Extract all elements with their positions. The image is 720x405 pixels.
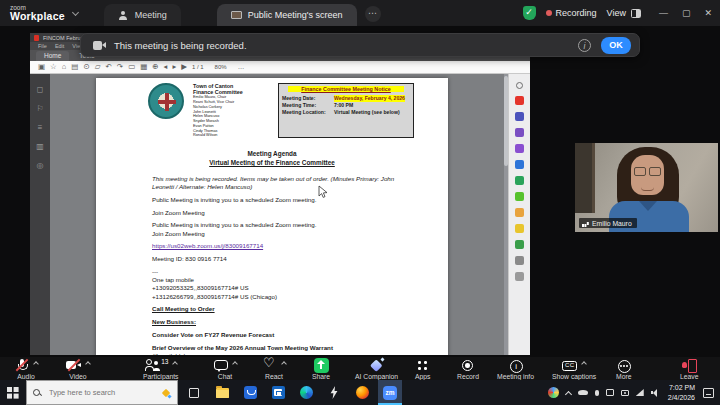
comment-icon[interactable]: [515, 144, 524, 153]
view-button[interactable]: View: [607, 8, 641, 18]
compress-icon[interactable]: [515, 192, 524, 201]
search-icon[interactable]: ⊙: [83, 63, 89, 71]
tray-volume-icon[interactable]: [651, 389, 660, 397]
search-input[interactable]: [47, 387, 147, 398]
organize-pages-icon[interactable]: [515, 176, 524, 185]
measure-icon[interactable]: [515, 224, 524, 233]
captions-chevron-icon[interactable]: [581, 361, 587, 367]
zoom-meeting-link[interactable]: https://us02web.zoom.us/j/83009167714: [152, 242, 263, 249]
box-drive-icon: [244, 386, 257, 399]
firefox-icon[interactable]: [350, 380, 374, 405]
audio-chevron-icon[interactable]: [33, 361, 39, 367]
zoom-level[interactable]: 80%: [215, 64, 227, 70]
chevron-down-icon[interactable]: [72, 8, 79, 15]
sign-icon[interactable]: ▱: [95, 63, 101, 71]
print-icon[interactable]: ▤: [71, 63, 78, 71]
next-page-icon[interactable]: ▸: [172, 63, 176, 71]
captions-button[interactable]: Show captions: [552, 358, 596, 380]
leave-button[interactable]: Leave: [680, 358, 699, 380]
file-explorer-icon[interactable]: [210, 380, 234, 405]
record-button[interactable]: Record: [457, 358, 479, 380]
zoom-in-icon[interactable]: ⊕: [152, 63, 158, 71]
box-drive-icon[interactable]: [238, 380, 262, 405]
react-button[interactable]: React: [262, 358, 286, 380]
chat-button[interactable]: Chat: [213, 358, 237, 380]
participants-chevron-icon[interactable]: [173, 361, 179, 367]
ok-button[interactable]: OK: [601, 37, 631, 54]
acrobat-tab-home[interactable]: Home: [36, 51, 69, 61]
export-pdf-icon[interactable]: [515, 96, 524, 105]
tab-shared-screen[interactable]: Public Meeting's screen: [217, 4, 357, 26]
outlook-icon[interactable]: [266, 380, 290, 405]
more-button[interactable]: More: [616, 358, 632, 380]
tray-chevron-icon[interactable]: [565, 390, 572, 397]
participant-video-tile[interactable]: Emilio Mauro: [575, 143, 718, 232]
edit-pdf-icon[interactable]: [515, 128, 524, 137]
info-icon[interactable]: i: [578, 39, 591, 52]
menu-item-edit[interactable]: Edit: [55, 43, 64, 49]
minimize-button[interactable]: —: [659, 8, 668, 18]
home-icon[interactable]: ⌂: [62, 63, 67, 71]
undo-icon[interactable]: ↶: [106, 63, 112, 71]
ai-button[interactable]: AI Companion: [355, 358, 398, 380]
create-pdf-icon[interactable]: [515, 112, 524, 121]
participants-button[interactable]: 13Participants: [143, 358, 179, 380]
layers-icon[interactable]: ≡: [38, 124, 43, 132]
prev-page-icon[interactable]: ◂: [164, 63, 168, 71]
toolbar-overflow-button[interactable]: ⋯: [238, 64, 244, 71]
bolt-app-icon[interactable]: [322, 380, 346, 405]
document-scrollbar[interactable]: [504, 74, 508, 355]
save-icon[interactable]: ▣: [38, 63, 45, 71]
tab-options-button[interactable]: ⋯: [365, 6, 381, 22]
security-shield-icon[interactable]: ✓: [523, 6, 536, 20]
tray-onedrive-icon[interactable]: [578, 390, 588, 395]
star-icon[interactable]: ☆: [50, 63, 57, 71]
tray-help-icon[interactable]: [548, 387, 559, 398]
select-icon[interactable]: ▭: [128, 63, 135, 71]
video-button[interactable]: Video: [66, 358, 90, 380]
agenda-paragraph: New Business:: [152, 318, 408, 326]
stamp-icon[interactable]: [515, 256, 524, 265]
audio-button[interactable]: Audio: [14, 358, 38, 380]
share-button[interactable]: Share: [312, 358, 330, 380]
leave-icon-row: [682, 358, 697, 372]
info-button[interactable]: Meeting info: [497, 358, 534, 380]
zoom-app-icon[interactable]: zm: [378, 380, 402, 405]
pointer-icon[interactable]: ▶: [181, 63, 187, 71]
maximize-button[interactable]: ▢: [682, 8, 691, 18]
edge-icon[interactable]: [294, 380, 318, 405]
more-tools-icon[interactable]: [515, 272, 524, 281]
video-chevron-icon[interactable]: [85, 361, 91, 367]
agenda-paragraph: Join Zoom Meeting: [152, 209, 408, 217]
fill-sign-icon[interactable]: [515, 160, 524, 169]
bookmarks-icon[interactable]: ⚐: [36, 105, 43, 113]
chat-chevron-icon[interactable]: [232, 361, 238, 367]
tray-network-icon[interactable]: [636, 389, 644, 396]
tray-camera-icon[interactable]: [621, 390, 629, 396]
audio-label: Audio: [17, 373, 34, 380]
react-chevron-icon[interactable]: [281, 361, 287, 367]
notice-label: Meeting Date:: [282, 95, 334, 102]
tab-meeting[interactable]: Meeting: [104, 4, 181, 26]
search-tool-icon[interactable]: [516, 82, 523, 89]
task-view-icon[interactable]: [182, 380, 206, 405]
taskbar-search[interactable]: [26, 380, 178, 405]
signatures-icon[interactable]: ◎: [37, 162, 44, 170]
start-button[interactable]: [0, 380, 26, 405]
thumbnails-icon[interactable]: ◻: [37, 86, 44, 94]
clipboard-icon[interactable]: ▦: [140, 63, 147, 71]
tray-tablet-icon[interactable]: [606, 389, 614, 396]
close-button[interactable]: ✕: [704, 8, 712, 18]
document-area[interactable]: Town of Canton Finance Committee Emilio …: [50, 74, 508, 355]
redact-icon[interactable]: [515, 208, 524, 217]
menu-item-file[interactable]: File: [38, 43, 47, 49]
tray-mic-icon[interactable]: [595, 390, 599, 396]
taskbar-clock[interactable]: 7:02 PM 2/4/2026: [668, 383, 695, 401]
redo-icon[interactable]: ↷: [117, 63, 123, 71]
print-production-icon[interactable]: [515, 240, 524, 249]
apps-button[interactable]: Apps: [415, 358, 431, 380]
action-center-icon[interactable]: [703, 388, 714, 398]
attachments-icon[interactable]: ▥: [36, 143, 44, 151]
acrobat-left-panel: ◻⚐≡▥◎: [30, 74, 50, 355]
agenda-text: (if available): [152, 352, 185, 355]
